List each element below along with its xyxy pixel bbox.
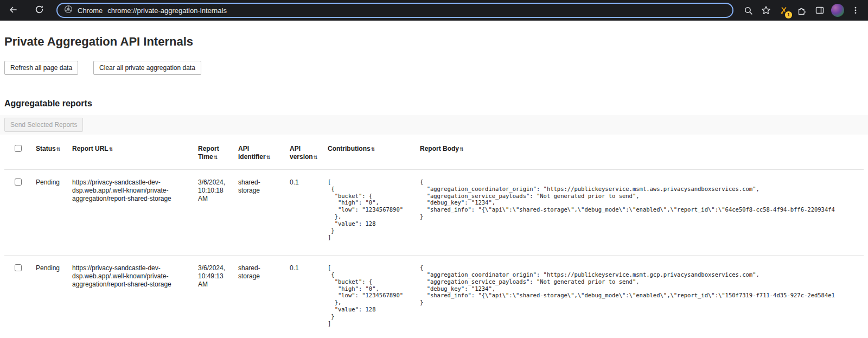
report-time-cell: 3/6/2024, 10:10:18 AM	[198, 170, 238, 256]
select-all-cell	[4, 137, 36, 170]
api-version-cell: 0.1	[290, 256, 328, 338]
url-text: chrome://private-aggregation-internals	[107, 7, 227, 15]
sort-icon: ⇅	[214, 155, 218, 160]
col-header-report-body[interactable]: Report Body⇅	[420, 137, 864, 170]
api-identifier-cell: shared-storage	[238, 256, 290, 338]
report-url-cell: https://privacy-sandcastle-dev-dsp.web.a…	[72, 256, 198, 338]
profile-avatar[interactable]	[831, 3, 845, 17]
sort-icon: ⇅	[371, 146, 375, 152]
col-header-status[interactable]: Status⇅	[36, 137, 72, 170]
report-time-cell: 3/6/2024, 10:49:13 AM	[198, 256, 238, 338]
search-icon[interactable]	[741, 3, 755, 17]
clear-all-button[interactable]: Clear all private aggregation data	[93, 61, 201, 75]
send-selected-reports-button[interactable]: Send Selected Reports	[4, 118, 83, 132]
extension-badge: 1	[784, 10, 793, 20]
status-cell: Pending	[36, 170, 72, 256]
reload-button[interactable]	[31, 3, 47, 18]
api-version-cell: 0.1	[290, 170, 328, 256]
reports-toolbar: Send Selected Reports	[0, 115, 868, 135]
select-all-checkbox[interactable]	[15, 145, 22, 152]
api-identifier-cell: shared-storage	[238, 170, 290, 256]
contributions-cell: [ { "bucket": { "high": "0", "low": "123…	[328, 256, 420, 338]
report-url-cell: https://privacy-sandcastle-dev-dsp.web.a…	[72, 170, 198, 256]
bookmark-star-icon[interactable]	[759, 3, 773, 17]
pinned-extension-icon[interactable]: 1	[777, 3, 791, 17]
sort-icon: ⇅	[266, 155, 271, 160]
chrome-logo-icon	[64, 5, 73, 16]
sort-icon: ⇅	[109, 146, 113, 152]
private-aggregation-internals-page: Private Aggregation API Internals Refres…	[0, 21, 868, 338]
row-select-checkbox[interactable]	[15, 264, 22, 271]
col-header-contributions[interactable]: Contributions⇅	[328, 137, 420, 170]
menu-dots-icon[interactable]	[848, 3, 863, 17]
refresh-all-button[interactable]: Refresh all page data	[4, 61, 78, 75]
report-row: Pending https://privacy-sandcastle-dev-d…	[4, 256, 864, 338]
sort-icon: ⇅	[459, 146, 464, 152]
aggregatable-reports-table: Status⇅ Report URL⇅ Report Time⇅ API ide…	[4, 137, 864, 338]
site-label: Chrome	[78, 7, 103, 15]
page-title: Private Aggregation API Internals	[4, 35, 864, 49]
page-actions: Refresh all page data Clear all private …	[4, 61, 864, 75]
col-header-api-identifier[interactable]: API identifier⇅	[238, 137, 290, 170]
col-header-report-time[interactable]: Report Time⇅	[198, 137, 238, 170]
reload-icon	[35, 5, 44, 16]
report-body-cell: { "aggregation_coordinator_origin": "htt…	[420, 170, 864, 256]
section-title: Aggregatable reports	[4, 99, 864, 109]
report-row: Pending https://privacy-sandcastle-dev-d…	[4, 170, 864, 256]
avatar-image	[831, 4, 844, 17]
row-select-checkbox[interactable]	[15, 178, 22, 186]
status-cell: Pending	[36, 256, 72, 338]
address-bar[interactable]: Chrome chrome://private-aggregation-inte…	[56, 3, 733, 18]
back-button[interactable]	[5, 3, 21, 18]
table-header-row: Status⇅ Report URL⇅ Report Time⇅ API ide…	[4, 137, 864, 170]
report-body-cell: { "aggregation_coordinator_origin": "htt…	[420, 256, 864, 338]
row-select-cell	[4, 170, 36, 256]
toolbar-actions: 1	[741, 3, 863, 17]
col-header-api-version[interactable]: API version⇅	[290, 137, 328, 170]
extensions-puzzle-icon[interactable]	[795, 3, 809, 17]
back-icon	[8, 5, 18, 16]
sort-icon: ⇅	[314, 155, 318, 160]
sort-icon: ⇅	[56, 146, 61, 152]
browser-toolbar: Chrome chrome://private-aggregation-inte…	[0, 0, 868, 21]
side-panel-icon[interactable]	[813, 3, 827, 17]
col-header-report-url[interactable]: Report URL⇅	[72, 137, 198, 170]
contributions-cell: [ { "bucket": { "high": "0", "low": "123…	[328, 170, 420, 256]
row-select-cell	[4, 256, 36, 338]
